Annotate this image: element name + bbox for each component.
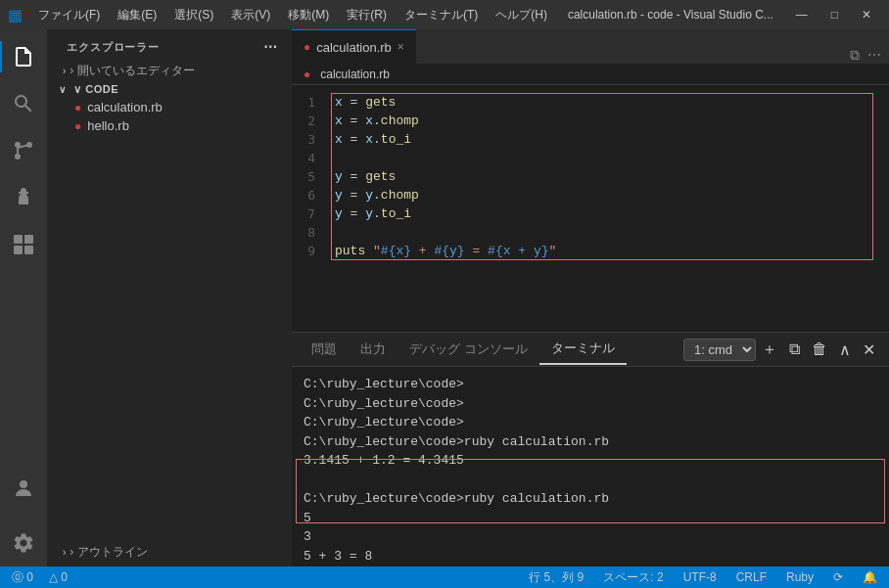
window-controls[interactable]: — □ ✕	[786, 6, 881, 23]
svg-rect-6	[24, 235, 33, 244]
menu-select[interactable]: 選択(S)	[166, 5, 221, 25]
tab-more-icon[interactable]: ⋯	[867, 47, 881, 64]
open-editors-section[interactable]: › › 開いているエディター	[47, 61, 292, 81]
breadcrumb: ● calculation.rb	[292, 64, 889, 85]
code-line-3: 3 x = x.to_i	[292, 130, 889, 149]
terminal-line-3: C:\ruby_lecture\code>	[304, 413, 877, 432]
status-bell-icon[interactable]: 🔔	[859, 570, 881, 584]
terminal-line-11	[304, 565, 877, 566]
menu-view[interactable]: 表示(V)	[223, 5, 278, 25]
svg-point-1	[15, 154, 21, 159]
status-encoding[interactable]: UTF-8	[679, 570, 721, 584]
code-area[interactable]: 1 x = gets 2 x = x.chomp 3 x = x.to_i 4	[292, 85, 889, 332]
filename-calculation: calculation.rb	[87, 100, 163, 114]
tab-bar: ● calculation.rb × ⧉ ⋯	[292, 29, 889, 64]
outline-section[interactable]: › › アウトライン	[47, 542, 292, 563]
status-position[interactable]: 行 5、列 9	[525, 569, 587, 586]
terminal-line-1: C:\ruby_lecture\code>	[304, 375, 877, 394]
account-icon[interactable]	[0, 465, 47, 512]
menu-go[interactable]: 移動(M)	[280, 5, 337, 25]
panel-tab-bar: 問題 出力 デバッグ コンソール ターミナル 1: cmd ＋ ⧉ 🗑 ∧ ✕	[292, 333, 889, 367]
maximize-panel-icon[interactable]: ∧	[833, 339, 857, 361]
terminal-line-4: C:\ruby_lecture\code>ruby calculation.rb	[304, 432, 877, 452]
menu-help[interactable]: ヘルプ(H)	[488, 5, 555, 25]
open-editors-label: › 開いているエディター	[70, 63, 194, 79]
file-hello-rb[interactable]: ● hello.rb	[47, 116, 292, 135]
status-language[interactable]: Ruby	[782, 570, 818, 584]
explorer-title: エクスプローラー	[67, 40, 160, 55]
code-line-2: 2 x = x.chomp	[292, 112, 889, 130]
tab-close-icon[interactable]: ×	[398, 40, 404, 54]
code-line-4: 4	[292, 149, 889, 167]
tab-debug-console[interactable]: デバッグ コンソール	[398, 335, 539, 364]
split-terminal-icon[interactable]: ⧉	[783, 339, 806, 360]
minimize-button[interactable]: —	[786, 6, 818, 23]
outline-label: › アウトライン	[70, 544, 147, 561]
terminal-content[interactable]: C:\ruby_lecture\code> C:\ruby_lecture\co…	[292, 367, 889, 566]
code-line-7: 7 y = y.to_i	[292, 204, 889, 223]
close-button[interactable]: ✕	[852, 6, 881, 23]
tab-filename: calculation.rb	[316, 40, 392, 55]
file-calculation-rb[interactable]: ● calculation.rb	[47, 98, 292, 116]
tab-actions[interactable]: ⧉ ⋯	[850, 47, 889, 64]
status-errors[interactable]: ⓪ 0	[8, 569, 37, 586]
menu-terminal[interactable]: ターミナル(T)	[397, 5, 486, 25]
close-panel-icon[interactable]: ✕	[857, 339, 881, 361]
panel: 問題 出力 デバッグ コンソール ターミナル 1: cmd ＋ ⧉ 🗑 ∧ ✕ …	[292, 332, 889, 566]
ruby-file-icon-2: ●	[74, 119, 81, 133]
maximize-button[interactable]: □	[821, 6, 848, 23]
terminal-line-5: 3.1415 + 1.2 = 4.3415	[304, 451, 877, 471]
code-line-1: 1 x = gets	[292, 93, 889, 112]
split-editor-icon[interactable]: ⧉	[850, 47, 860, 64]
terminal-line-2: C:\ruby_lecture\code>	[304, 394, 877, 414]
terminal-select[interactable]: 1: cmd	[683, 339, 756, 361]
delete-terminal-icon[interactable]: 🗑	[806, 339, 833, 360]
sidebar: エクスプローラー ⋯ › › 開いているエディター ∨ ∨ CODE ● cal…	[47, 29, 292, 566]
add-terminal-icon[interactable]: ＋	[756, 338, 783, 362]
tab-file-icon: ●	[304, 40, 310, 54]
status-bar: ⓪ 0 △ 0 行 5、列 9 スペース: 2 UTF-8 CRLF Ruby …	[0, 566, 889, 588]
code-folder-label: ∨ CODE	[73, 83, 118, 96]
code-line-8: 8	[292, 223, 889, 242]
menu-edit[interactable]: 編集(E)	[110, 5, 164, 25]
explorer-more-icon[interactable]: ⋯	[261, 37, 280, 57]
status-spaces[interactable]: スペース: 2	[599, 569, 667, 586]
terminal-line-9: 3	[304, 527, 877, 547]
terminal-line-8: 5	[304, 509, 877, 528]
code-line-6: 6 y = y.chomp	[292, 186, 889, 204]
status-warnings[interactable]: △ 0	[45, 570, 71, 584]
menu-run[interactable]: 実行(R)	[339, 5, 395, 25]
debug-icon[interactable]	[0, 174, 47, 221]
breadcrumb-file-icon: ●	[304, 68, 310, 81]
status-line-ending[interactable]: CRLF	[732, 570, 771, 584]
menu-file[interactable]: ファイル(F)	[30, 5, 108, 25]
main-layout: エクスプローラー ⋯ › › 開いているエディター ∨ ∨ CODE ● cal…	[0, 29, 889, 566]
menu-bar[interactable]: ファイル(F) 編集(E) 選択(S) 表示(V) 移動(M) 実行(R) ター…	[30, 5, 555, 25]
explorer-header-icons[interactable]: ⋯	[261, 37, 280, 57]
status-right: 行 5、列 9 スペース: 2 UTF-8 CRLF Ruby ⟳ 🔔	[525, 569, 881, 586]
tab-problems[interactable]: 問題	[300, 335, 349, 364]
title-bar: ▦ ファイル(F) 編集(E) 選択(S) 表示(V) 移動(M) 実行(R) …	[0, 0, 889, 29]
terminal-line-6	[304, 471, 877, 490]
terminal-line-10: 5 + 3 = 8	[304, 547, 877, 566]
source-control-icon[interactable]	[0, 127, 47, 174]
svg-rect-8	[24, 246, 33, 254]
code-folder[interactable]: ∨ ∨ CODE	[47, 81, 292, 98]
svg-point-9	[20, 480, 27, 488]
editor-main: 1 x = gets 2 x = x.chomp 3 x = x.to_i 4	[292, 85, 889, 332]
explorer-icon[interactable]	[0, 33, 47, 80]
vscode-logo-icon: ▦	[8, 6, 23, 24]
editor-tab-calculation-rb[interactable]: ● calculation.rb ×	[292, 29, 416, 64]
code-line-9: 9 puts "#{x} + #{y} = #{x + y}"	[292, 242, 889, 260]
settings-icon[interactable]	[0, 520, 47, 566]
svg-rect-7	[14, 246, 23, 254]
extensions-icon[interactable]	[0, 221, 47, 268]
search-icon[interactable]	[0, 80, 47, 127]
explorer-header: エクスプローラー ⋯	[47, 29, 292, 61]
tab-output[interactable]: 出力	[349, 335, 398, 364]
ruby-file-icon: ●	[74, 101, 81, 114]
code-line-5: 5 y = gets	[292, 167, 889, 186]
svg-rect-5	[14, 235, 23, 244]
status-sync-icon[interactable]: ⟳	[829, 570, 847, 584]
tab-terminal[interactable]: ターミナル	[539, 334, 627, 365]
